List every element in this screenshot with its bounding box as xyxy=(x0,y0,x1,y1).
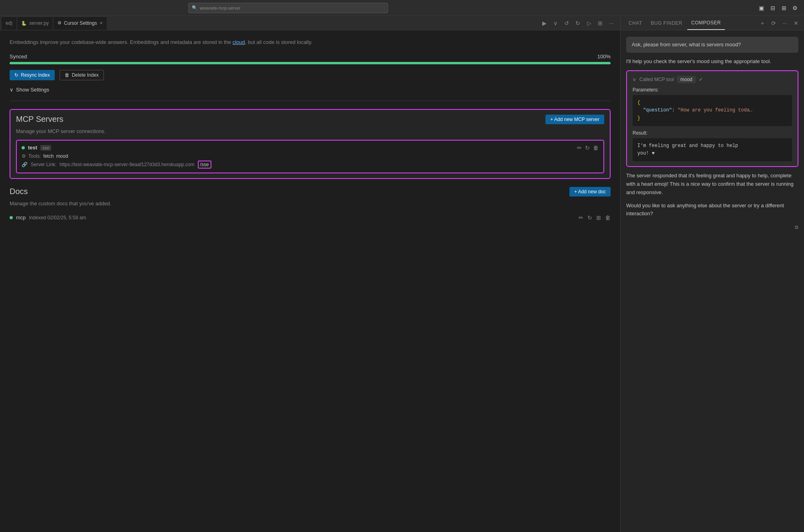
search-bar[interactable]: 🔍 weaviate-mcp-server xyxy=(188,3,388,13)
forward-icon[interactable]: ↻ xyxy=(574,19,582,27)
close-panel-icon[interactable]: ✕ xyxy=(792,19,800,27)
split-icon[interactable]: ⊞ xyxy=(780,4,788,12)
server-url-suffix: /sse xyxy=(198,161,211,169)
doc-delete-icon[interactable]: 🗑 xyxy=(605,214,611,221)
show-settings-toggle[interactable]: ∨ Show Settings xyxy=(10,87,611,93)
assistant-response-2: Would you like to ask anything else abou… xyxy=(626,202,798,218)
result-text: I'm feeling great and happy to helpyou! … xyxy=(637,143,738,156)
new-chat-icon[interactable]: + xyxy=(758,19,766,27)
search-icon: 🔍 xyxy=(192,5,197,10)
server-link-row: 🔗 Server Link: https://test-weaviate-mcp… xyxy=(22,161,599,169)
delete-server-icon[interactable]: 🗑 xyxy=(593,145,599,151)
right-panel-header: CHAT BUG FINDER COMPOSER + ⟳ ··· ✕ xyxy=(621,16,804,30)
mcp-tool-name: mood xyxy=(677,76,695,83)
assistant-response-1-text: The server responded that it's feeling g… xyxy=(626,173,794,195)
tab-server-py-label: server.py xyxy=(29,20,49,26)
doc-left: mcp Indexed 02/02/25, 5:58 am xyxy=(10,214,86,220)
tab-cursor-settings[interactable]: ⚙ Cursor Settings ✕ xyxy=(54,16,107,30)
doc-edit-icon[interactable]: ✏ xyxy=(579,214,583,221)
cloud-link[interactable]: cloud xyxy=(233,39,245,45)
sync-row: Synced 100% xyxy=(10,54,611,60)
sync-percent: 100% xyxy=(597,54,611,60)
user-message-text: Ask, please from server, what is servers… xyxy=(632,42,741,48)
tools-gear-icon: ⚙ xyxy=(22,153,26,159)
embeddings-text: Embeddings improve your codebase-wide an… xyxy=(10,38,611,46)
server-type-badge: sse xyxy=(40,145,51,151)
more-icon[interactable]: ··· xyxy=(607,19,615,27)
content-area: Embeddings improve your codebase-wide an… xyxy=(0,30,620,532)
server-name-row: test sse xyxy=(22,145,51,151)
tab-prev[interactable]: ed) xyxy=(2,16,16,30)
docs-desc: Manage the custom docs that you've added… xyxy=(10,200,611,206)
code-colon: : xyxy=(672,107,677,113)
docs-title: Docs xyxy=(10,187,28,196)
tab-composer[interactable]: COMPOSER xyxy=(687,16,725,30)
doc-actions: ✏ ↻ ⊞ 🗑 xyxy=(579,214,611,221)
chevron-down-icon: ∨ xyxy=(10,87,14,93)
mcp-servers-title: MCP Servers xyxy=(16,115,64,124)
delete-index-button[interactable]: 🗑 Delete Index xyxy=(60,70,104,80)
composer-tab-label: COMPOSER xyxy=(691,20,721,26)
tab-server-py[interactable]: 🐍 server.py xyxy=(17,16,53,30)
sidebar-toggle-icon[interactable]: ▣ xyxy=(758,4,766,12)
resync-index-button[interactable]: ↻ Resync Index xyxy=(10,70,55,80)
layout-icon[interactable]: ⊟ xyxy=(769,4,777,12)
resync-label: Resync Index xyxy=(21,72,50,78)
add-doc-button[interactable]: + Add new doc xyxy=(569,187,611,197)
right-header-actions: + ⟳ ··· ✕ xyxy=(758,19,800,27)
docs-section: Docs + Add new doc Manage the custom doc… xyxy=(10,187,611,223)
server-status-dot xyxy=(22,146,25,149)
tool-mood: mood xyxy=(56,153,68,159)
copy-icon[interactable]: ⧉ xyxy=(795,224,798,230)
run-dropdown-icon[interactable]: ∨ xyxy=(551,19,559,27)
right-panel: CHAT BUG FINDER COMPOSER + ⟳ ··· ✕ Ask, … xyxy=(620,16,804,532)
doc-view-icon[interactable]: ⊞ xyxy=(596,214,601,221)
split-editor-icon[interactable]: ⊞ xyxy=(596,19,604,27)
edit-icon[interactable]: ✏ xyxy=(577,145,582,151)
divider xyxy=(10,101,611,101)
code-value: "How are you feeling toda… xyxy=(678,107,752,113)
more-options-icon[interactable]: ··· xyxy=(781,19,789,27)
tools-label: Tools: xyxy=(28,153,41,159)
assistant-intro-text: I'll help you check the server's mood us… xyxy=(626,58,771,64)
run-icon[interactable]: ▶ xyxy=(540,19,548,27)
add-mcp-server-button[interactable]: + Add new MCP server xyxy=(545,115,604,124)
user-message: Ask, please from server, what is servers… xyxy=(626,37,798,53)
search-text: weaviate-mcp-server xyxy=(200,6,241,10)
tab-bug-finder[interactable]: BUG FINDER xyxy=(647,16,687,30)
resync-icon: ↻ xyxy=(14,72,18,78)
doc-status-dot xyxy=(10,216,13,219)
server-url: https://test-weaviate-mcp-server-9eaaf12… xyxy=(60,162,195,167)
history-icon[interactable]: ⟳ xyxy=(770,19,778,27)
server-actions: ✏ ↻ 🗑 xyxy=(577,145,599,151)
doc-item: mcp Indexed 02/02/25, 5:58 am ✏ ↻ ⊞ 🗑 xyxy=(10,212,611,223)
result-block: I'm feeling great and happy to helpyou! … xyxy=(633,138,792,161)
settings-gear-icon[interactable]: ⚙ xyxy=(791,4,799,12)
server-name: test xyxy=(28,145,37,151)
progress-bar xyxy=(10,62,611,64)
tab-chat[interactable]: CHAT xyxy=(625,16,646,30)
docs-header: Docs + Add new doc xyxy=(10,187,611,197)
code-key: "question" xyxy=(643,107,672,113)
toolbar-right: ▶ ∨ ↺ ↻ ▷ ⊞ ··· xyxy=(540,19,619,27)
mcp-servers-desc: Manage your MCP server connections. xyxy=(16,128,604,134)
server-tools-row: ⚙ Tools: fetch mood xyxy=(22,153,599,159)
tab-cursor-settings-label: Cursor Settings xyxy=(64,20,97,26)
server-header: test sse ✏ ↻ 🗑 xyxy=(22,145,599,151)
left-panel: ed) 🐍 server.py ⚙ Cursor Settings ✕ ▶ ∨ … xyxy=(0,16,620,532)
tool-fetch: fetch xyxy=(43,153,54,159)
server-card-inner: test sse ✏ ↻ 🗑 ⚙ Tools: fetch mood xyxy=(16,140,604,173)
assistant-response-1: The server responded that it's feeling g… xyxy=(626,172,798,197)
mcp-tool-card: ∨ Called MCP tool mood ✓ Parameters: { "… xyxy=(626,70,798,167)
result-label: Result: xyxy=(633,130,792,136)
refresh-icon[interactable]: ↻ xyxy=(585,145,590,151)
mcp-check-icon: ✓ xyxy=(699,77,703,82)
chat-area: Ask, please from server, what is servers… xyxy=(621,30,804,532)
assistant-response-2-text: Would you like to ask anything else abou… xyxy=(626,202,784,217)
progress-fill xyxy=(10,62,611,64)
debug-icon[interactable]: ▷ xyxy=(585,19,593,27)
mcp-tool-header: ∨ Called MCP tool mood ✓ xyxy=(633,76,792,83)
revert-icon[interactable]: ↺ xyxy=(563,19,571,27)
tab-close-icon[interactable]: ✕ xyxy=(100,21,103,25)
doc-refresh-icon[interactable]: ↻ xyxy=(587,214,592,221)
